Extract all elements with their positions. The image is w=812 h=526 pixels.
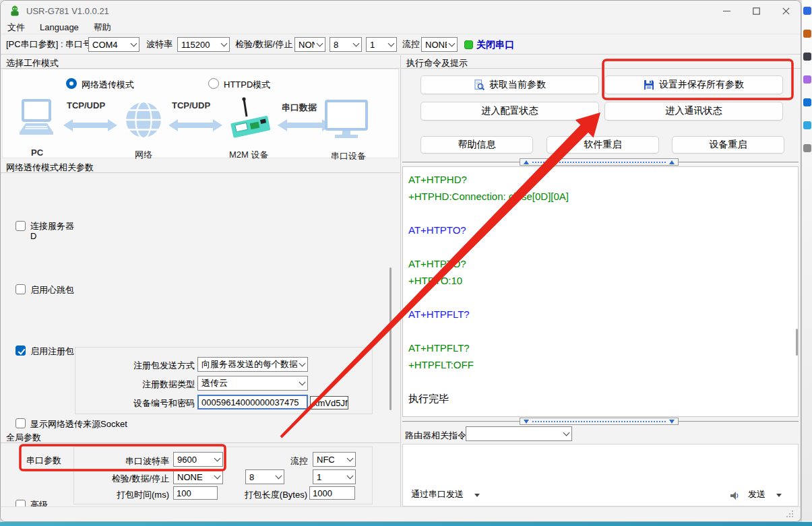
help-info-button[interactable]: 帮助信息 [420, 136, 533, 154]
send-via-caret-icon[interactable] [474, 494, 480, 497]
pack-len-label: 打包长度(Bytes) [233, 489, 307, 501]
m2m-device-icon [228, 96, 275, 141]
log-line: +HTPHD:Connection: close[0D][0A] [408, 188, 792, 205]
stopbits-select[interactable]: 1 [366, 37, 397, 52]
log-line: AT+HTPTO? [408, 255, 792, 272]
heartbeat-checkbox[interactable] [15, 284, 26, 294]
log-line [408, 205, 792, 222]
set-save-params-button[interactable]: 设置并保存所有参数 [604, 75, 783, 94]
connect-server-label: 连接服务器 [30, 220, 74, 232]
connect-server-checkbox[interactable] [15, 221, 26, 231]
diagram-link3-label: 串口数据 [282, 102, 317, 114]
toolbar: [PC串口参数] : 串口号 COM4 波特率 115200 检验/数据/停止 … [1, 34, 801, 55]
reg-data-type-select[interactable]: 透传云 [197, 376, 308, 391]
diagram-link2-label: TCP/UDP [172, 100, 210, 110]
g-databits-select[interactable]: 8 [245, 469, 284, 484]
add-plus-icon[interactable] [803, 144, 811, 152]
send-button[interactable]: 发送 [748, 488, 766, 500]
device-password-input[interactable]: xmVd5Jf( [310, 396, 348, 409]
close-icon[interactable] [771, 1, 801, 21]
g-stopbits-select[interactable]: 1 [313, 469, 356, 484]
contacts-icon[interactable] [803, 53, 811, 61]
pc-laptop-icon [15, 99, 58, 139]
menu-item-1[interactable]: 文件 [7, 22, 25, 34]
splitter-dots [532, 162, 666, 163]
g-baud-select[interactable]: 9600 [173, 452, 223, 467]
enter-config-label: 进入配置状态 [482, 105, 538, 117]
radio-net-passthrough[interactable] [66, 78, 77, 89]
send-via-serial-button[interactable]: 通过串口发送 [411, 488, 464, 500]
log-line: AT+HTPTO? [408, 222, 792, 238]
toolbox-icon[interactable] [803, 30, 811, 38]
double-arrow-icon [167, 118, 224, 133]
device-id-input[interactable]: 00059614000000037475 [197, 395, 308, 409]
desktop-strip [802, 0, 812, 522]
pc-serial-label: [PC串口参数] : 串口号 [6, 34, 92, 54]
pack-time-input[interactable]: 100 [173, 486, 218, 500]
send-input-area[interactable]: 通过串口发送 发送 [402, 444, 799, 506]
router-cmd-select[interactable] [466, 426, 572, 441]
diagram-link1-label: TCP/UDP [67, 100, 105, 110]
log-line [408, 289, 792, 306]
work-mode-panel: 网络透传模式 HTTPD模式 PC TCP/UDP 网络 TCP/UDP [2, 69, 399, 158]
router-cmd-label: 路由器相关指令 [405, 430, 466, 442]
g-baud-label: 串口波特率 [82, 455, 169, 467]
splitter-arrow-up-icon [669, 160, 675, 164]
window-title: USR-G781 V1.0.0.21 [26, 6, 109, 16]
splitter-arrow-down-icon [669, 420, 675, 424]
resize-grip-icon[interactable] [786, 509, 794, 517]
show-socket-label: 显示网络透传来源Socket [30, 418, 127, 430]
global-params-header: 全局参数 [1, 430, 400, 443]
parity-select[interactable]: NONI [294, 37, 325, 52]
device-restart-button[interactable]: 设备重启 [672, 136, 784, 154]
serial-device-monitor-icon [325, 99, 368, 141]
diagram-pc-label: PC [31, 147, 43, 158]
g-flow-select[interactable]: NFC [313, 452, 356, 467]
log-area[interactable]: AT+HTPHD?+HTPHD:Connection: close[0D][0A… [402, 166, 799, 417]
top-splitter-handle[interactable] [520, 158, 679, 166]
heartbeat-label: 启用心跳包 [30, 284, 74, 296]
radio-httpd[interactable] [208, 78, 219, 89]
flow-select[interactable]: NONE [421, 37, 458, 52]
menu-item-2[interactable]: Language [40, 22, 79, 32]
reg-send-mode-select[interactable]: 向服务器发送的每个数据包 [197, 357, 308, 372]
com-port-select[interactable]: COM4 [88, 37, 139, 52]
help-info-label: 帮助信息 [458, 139, 496, 151]
outlook-icon[interactable] [803, 98, 811, 106]
flow-label: 流控 [402, 34, 420, 54]
left-panel-scrollbar[interactable] [389, 267, 392, 410]
title-bar: USR-G781 V1.0.0.21 [1, 1, 801, 21]
splitter-arrow-down-icon [524, 420, 529, 424]
show-socket-checkbox[interactable] [15, 418, 26, 428]
app-blue-diamond-icon[interactable] [803, 7, 811, 15]
window-controls [712, 1, 801, 21]
bottom-splitter-handle[interactable] [520, 418, 679, 425]
menu-item-3[interactable]: 帮助 [94, 22, 111, 34]
minimize-icon[interactable] [712, 1, 741, 21]
enter-config-button[interactable]: 进入配置状态 [420, 102, 599, 121]
get-params-button[interactable]: 获取当前参数 [420, 75, 599, 94]
databits-select[interactable]: 8 [330, 37, 362, 52]
close-port-button[interactable]: 关闭串口 [476, 34, 514, 55]
log-line [408, 323, 792, 339]
speaker-icon [729, 490, 740, 501]
pack-len-input[interactable]: 1000 [309, 486, 355, 500]
log-scrollbar[interactable] [796, 329, 798, 356]
log-line: 执行完毕 [408, 390, 792, 407]
g-parity-select[interactable]: NONE [173, 469, 223, 484]
enter-comm-button[interactable]: 进入通讯状态 [604, 102, 783, 121]
enter-comm-label: 进入通讯状态 [666, 105, 722, 117]
splitter-dots [532, 421, 666, 422]
copilot-icon[interactable] [803, 75, 811, 84]
maximize-icon[interactable] [741, 1, 771, 21]
baud-select[interactable]: 115200 [177, 37, 230, 52]
software-restart-button[interactable]: 软件重启 [546, 136, 659, 154]
reg-send-mode-label: 注册包发送方式 [82, 360, 195, 372]
app-window: USR-G781 V1.0.0.21 文件Language帮助 [PC串口参数]… [0, 0, 801, 522]
work-mode-header: 选择工作模式 [1, 55, 400, 69]
send-caret-icon[interactable] [776, 494, 782, 497]
log-line [408, 238, 792, 255]
parity-label: 检验/数据/停止 [235, 34, 292, 54]
register-checkbox[interactable] [15, 346, 26, 356]
messenger-icon[interactable] [803, 121, 811, 129]
